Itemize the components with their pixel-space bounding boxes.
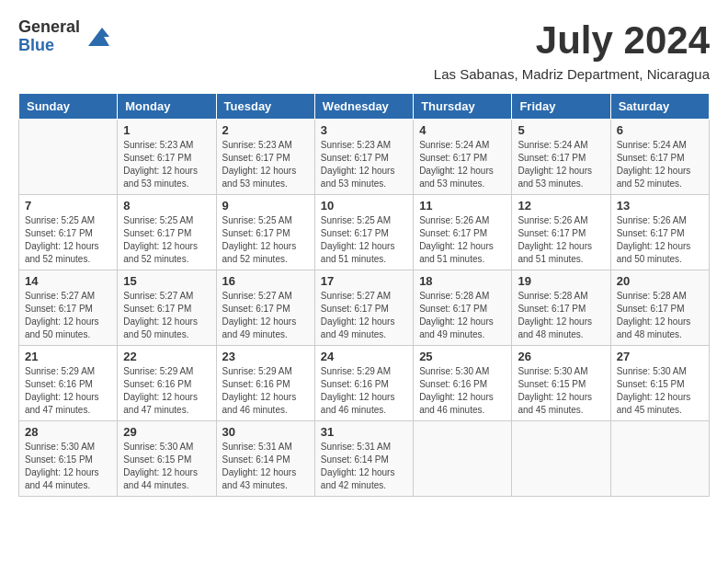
calendar-cell: 8Sunrise: 5:25 AM Sunset: 6:17 PM Daylig… [118, 195, 216, 270]
day-number: 27 [617, 350, 703, 363]
day-info: Sunrise: 5:26 AM Sunset: 6:17 PM Dayligh… [617, 214, 703, 266]
day-info: Sunrise: 5:23 AM Sunset: 6:17 PM Dayligh… [321, 139, 407, 190]
day-info: Sunrise: 5:24 AM Sunset: 6:17 PM Dayligh… [419, 139, 506, 190]
day-info: Sunrise: 5:28 AM Sunset: 6:17 PM Dayligh… [419, 290, 506, 341]
calendar-header-monday: Monday [118, 94, 216, 120]
day-info: Sunrise: 5:25 AM Sunset: 6:17 PM Dayligh… [123, 214, 210, 266]
day-number: 26 [518, 350, 604, 363]
calendar-cell: 25Sunrise: 5:30 AM Sunset: 6:16 PM Dayli… [414, 346, 512, 421]
calendar-cell: 22Sunrise: 5:29 AM Sunset: 6:16 PM Dayli… [118, 346, 216, 421]
day-info: Sunrise: 5:26 AM Sunset: 6:17 PM Dayligh… [518, 214, 604, 266]
calendar-week-row: 7Sunrise: 5:25 AM Sunset: 6:17 PM Daylig… [19, 195, 710, 270]
calendar-cell: 29Sunrise: 5:30 AM Sunset: 6:15 PM Dayli… [118, 421, 216, 497]
calendar-cell: 4Sunrise: 5:24 AM Sunset: 6:17 PM Daylig… [414, 120, 512, 195]
calendar-cell: 19Sunrise: 5:28 AM Sunset: 6:17 PM Dayli… [512, 270, 610, 346]
day-info: Sunrise: 5:23 AM Sunset: 6:17 PM Dayligh… [123, 139, 210, 190]
calendar-cell: 17Sunrise: 5:27 AM Sunset: 6:17 PM Dayli… [314, 270, 413, 346]
day-number: 16 [222, 274, 309, 288]
day-number: 22 [123, 350, 210, 363]
day-number: 23 [222, 350, 309, 363]
calendar-cell: 30Sunrise: 5:31 AM Sunset: 6:14 PM Dayli… [216, 421, 314, 497]
calendar-cell [512, 421, 610, 497]
calendar-cell [19, 120, 118, 195]
day-info: Sunrise: 5:27 AM Sunset: 6:17 PM Dayligh… [25, 290, 111, 341]
day-number: 24 [321, 350, 407, 363]
day-info: Sunrise: 5:25 AM Sunset: 6:17 PM Dayligh… [321, 214, 407, 266]
day-info: Sunrise: 5:31 AM Sunset: 6:14 PM Dayligh… [222, 441, 309, 492]
calendar-cell: 15Sunrise: 5:27 AM Sunset: 6:17 PM Dayli… [118, 270, 216, 346]
day-number: 20 [617, 274, 703, 288]
day-number: 6 [617, 123, 703, 137]
calendar-cell: 10Sunrise: 5:25 AM Sunset: 6:17 PM Dayli… [314, 195, 413, 270]
day-number: 30 [222, 425, 309, 439]
day-number: 19 [518, 274, 604, 288]
day-info: Sunrise: 5:30 AM Sunset: 6:16 PM Dayligh… [419, 365, 506, 417]
calendar-header-wednesday: Wednesday [314, 94, 413, 120]
logo: General Blue [18, 18, 111, 55]
day-number: 25 [419, 350, 506, 363]
day-info: Sunrise: 5:27 AM Sunset: 6:17 PM Dayligh… [222, 290, 309, 341]
calendar-cell: 14Sunrise: 5:27 AM Sunset: 6:17 PM Dayli… [19, 270, 118, 346]
logo-blue-text: Blue [18, 37, 80, 55]
day-info: Sunrise: 5:27 AM Sunset: 6:17 PM Dayligh… [321, 290, 407, 341]
day-number: 31 [321, 425, 407, 439]
day-number: 3 [321, 123, 407, 137]
logo-icon [84, 23, 111, 51]
day-info: Sunrise: 5:31 AM Sunset: 6:14 PM Dayligh… [321, 441, 407, 492]
calendar-cell: 21Sunrise: 5:29 AM Sunset: 6:16 PM Dayli… [19, 346, 118, 421]
calendar-cell: 13Sunrise: 5:26 AM Sunset: 6:17 PM Dayli… [610, 195, 709, 270]
day-number: 13 [617, 199, 703, 213]
calendar-cell: 7Sunrise: 5:25 AM Sunset: 6:17 PM Daylig… [19, 195, 118, 270]
calendar-week-row: 1Sunrise: 5:23 AM Sunset: 6:17 PM Daylig… [19, 120, 710, 195]
calendar-header-thursday: Thursday [414, 94, 512, 120]
day-number: 21 [25, 350, 111, 363]
calendar-cell: 11Sunrise: 5:26 AM Sunset: 6:17 PM Dayli… [414, 195, 512, 270]
day-info: Sunrise: 5:30 AM Sunset: 6:15 PM Dayligh… [123, 441, 210, 492]
day-number: 15 [123, 274, 210, 288]
calendar-cell: 28Sunrise: 5:30 AM Sunset: 6:15 PM Dayli… [19, 421, 118, 497]
day-info: Sunrise: 5:25 AM Sunset: 6:17 PM Dayligh… [222, 214, 309, 266]
day-info: Sunrise: 5:25 AM Sunset: 6:17 PM Dayligh… [25, 214, 111, 266]
day-number: 18 [419, 274, 506, 288]
calendar-cell: 1Sunrise: 5:23 AM Sunset: 6:17 PM Daylig… [118, 120, 216, 195]
calendar-cell [414, 421, 512, 497]
day-number: 4 [419, 123, 506, 137]
calendar-cell: 3Sunrise: 5:23 AM Sunset: 6:17 PM Daylig… [314, 120, 413, 195]
calendar-header-friday: Friday [512, 94, 610, 120]
calendar-cell: 12Sunrise: 5:26 AM Sunset: 6:17 PM Dayli… [512, 195, 610, 270]
day-number: 28 [25, 425, 111, 439]
day-number: 9 [222, 199, 309, 213]
svg-marker-0 [88, 28, 109, 46]
day-number: 8 [123, 199, 210, 213]
day-info: Sunrise: 5:27 AM Sunset: 6:17 PM Dayligh… [123, 290, 210, 341]
day-number: 10 [321, 199, 407, 213]
day-info: Sunrise: 5:30 AM Sunset: 6:15 PM Dayligh… [25, 441, 111, 492]
day-info: Sunrise: 5:30 AM Sunset: 6:15 PM Dayligh… [617, 365, 703, 417]
calendar-cell: 18Sunrise: 5:28 AM Sunset: 6:17 PM Dayli… [414, 270, 512, 346]
logo-general-text: General [18, 18, 80, 37]
day-number: 11 [419, 199, 506, 213]
calendar-cell: 24Sunrise: 5:29 AM Sunset: 6:16 PM Dayli… [314, 346, 413, 421]
calendar-cell: 23Sunrise: 5:29 AM Sunset: 6:16 PM Dayli… [216, 346, 314, 421]
day-info: Sunrise: 5:30 AM Sunset: 6:15 PM Dayligh… [518, 365, 604, 417]
day-info: Sunrise: 5:28 AM Sunset: 6:17 PM Dayligh… [518, 290, 604, 341]
day-number: 17 [321, 274, 407, 288]
calendar-cell: 20Sunrise: 5:28 AM Sunset: 6:17 PM Dayli… [610, 270, 709, 346]
day-number: 2 [222, 123, 309, 137]
calendar-cell [610, 421, 709, 497]
page-header: General Blue July 2024 [18, 18, 710, 63]
day-number: 1 [123, 123, 210, 137]
calendar-week-row: 21Sunrise: 5:29 AM Sunset: 6:16 PM Dayli… [19, 346, 710, 421]
day-info: Sunrise: 5:28 AM Sunset: 6:17 PM Dayligh… [617, 290, 703, 341]
calendar-week-row: 14Sunrise: 5:27 AM Sunset: 6:17 PM Dayli… [19, 270, 710, 346]
day-number: 14 [25, 274, 111, 288]
day-info: Sunrise: 5:29 AM Sunset: 6:16 PM Dayligh… [321, 365, 407, 417]
calendar-cell: 6Sunrise: 5:24 AM Sunset: 6:17 PM Daylig… [610, 120, 709, 195]
calendar-cell: 2Sunrise: 5:23 AM Sunset: 6:17 PM Daylig… [216, 120, 314, 195]
calendar-cell: 16Sunrise: 5:27 AM Sunset: 6:17 PM Dayli… [216, 270, 314, 346]
day-info: Sunrise: 5:29 AM Sunset: 6:16 PM Dayligh… [123, 365, 210, 417]
day-info: Sunrise: 5:24 AM Sunset: 6:17 PM Dayligh… [518, 139, 604, 190]
month-title: July 2024 [536, 18, 710, 63]
day-info: Sunrise: 5:29 AM Sunset: 6:16 PM Dayligh… [25, 365, 111, 417]
calendar-header-tuesday: Tuesday [216, 94, 314, 120]
